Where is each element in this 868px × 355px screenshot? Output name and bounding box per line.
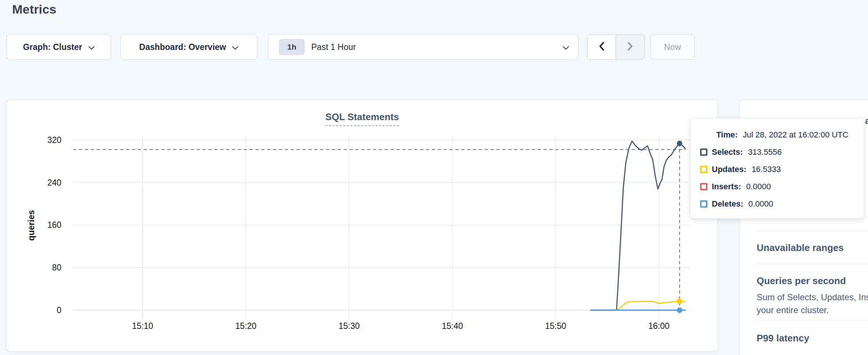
sql-statements-chart-card: 08016024032015:1015:2015:3015:4015:5016:…: [7, 100, 718, 351]
divider: [757, 231, 868, 231]
tooltip-series-label: Selects:: [712, 146, 743, 158]
divider: [757, 264, 868, 264]
tooltip-time-row: Time: Jul 28, 2022 at 16:02:00 UTC: [716, 129, 854, 141]
previous-interval-button[interactable]: [588, 35, 616, 59]
tooltip-series-value: 16.5333: [752, 163, 781, 175]
deletes-series-swatch-icon: [700, 200, 707, 208]
svg-text:160: 160: [47, 220, 61, 230]
svg-text:15:50: 15:50: [545, 321, 566, 331]
tooltip-series-value: 0.0000: [746, 180, 771, 193]
tooltip-series-label: Inserts:: [712, 180, 741, 193]
tooltip-series-row: Deletes: 0.0000: [700, 198, 854, 210]
chevron-left-icon: [599, 42, 605, 53]
chevron-down-icon: [232, 42, 238, 52]
svg-text:320: 320: [47, 135, 61, 145]
svg-text:15:10: 15:10: [132, 321, 153, 331]
svg-text:16:00: 16:00: [648, 321, 670, 331]
sidebar-description-line: your entire cluster.: [757, 305, 829, 315]
svg-text:240: 240: [47, 178, 61, 187]
tooltip-series-row: Selects: 313.5556: [700, 146, 854, 158]
chevron-down-icon: [563, 42, 569, 52]
page-title: Metrics: [12, 2, 56, 17]
chevron-down-icon: [88, 42, 95, 52]
clipped-text-fragment: a: [865, 116, 868, 126]
tooltip-series-value: 0.0000: [749, 198, 773, 210]
svg-text:0: 0: [57, 305, 61, 315]
graph-scope-label: Graph: Cluster: [23, 42, 82, 52]
time-range-dropdown[interactable]: 1h Past 1 Hour: [268, 35, 578, 60]
next-interval-button[interactable]: [616, 35, 644, 59]
svg-text:15:20: 15:20: [235, 321, 257, 331]
now-button[interactable]: Now: [650, 35, 695, 60]
svg-text:80: 80: [52, 263, 61, 272]
tooltip-series-row: Inserts: 0.0000: [700, 180, 854, 193]
tooltip-time-value: Jul 28, 2022 at 16:02:00 UTC: [743, 129, 848, 141]
sidebar-heading-unavailable-ranges: Unavailable ranges: [757, 242, 844, 254]
tooltip-series-label: Deletes:: [712, 198, 743, 210]
time-range-badge: 1h: [279, 39, 305, 55]
time-step-button-group: [587, 35, 645, 60]
y-axis-label: queries: [26, 210, 36, 241]
svg-text:15:40: 15:40: [442, 321, 463, 331]
chevron-right-icon: [627, 42, 633, 53]
metrics-page: { "page": { "title": "Metrics" }, "toolb…: [0, 0, 868, 355]
sidebar-heading-queries-per-second: Queries per second: [757, 275, 846, 287]
sidebar-description-line: Sum of Selects, Updates, Inser: [757, 292, 868, 302]
sidebar-heading-p99-latency: P99 latency: [757, 333, 809, 344]
tooltip-time-label: Time:: [716, 129, 738, 141]
svg-text:15:30: 15:30: [338, 321, 360, 331]
tooltip-series-value: 313.5556: [748, 146, 782, 158]
tooltip-series-row: Updates: 16.5333: [700, 163, 854, 175]
selects-series-swatch-icon: [700, 148, 707, 156]
chart-hover-tooltip: Time: Jul 28, 2022 at 16:02:00 UTC Selec…: [690, 118, 864, 219]
sql-statements-chart[interactable]: 08016024032015:1015:2015:3015:4015:5016:…: [7, 100, 718, 352]
tooltip-series-label: Updates:: [712, 163, 746, 175]
updates-series-swatch-icon: [700, 166, 707, 173]
time-range-label: Past 1 Hour: [311, 42, 356, 52]
dashboard-label: Dashboard: Overview: [139, 42, 226, 52]
graph-scope-dropdown[interactable]: Graph: Cluster: [7, 35, 111, 60]
chart-title[interactable]: SQL Statements: [325, 111, 399, 126]
dashboard-dropdown[interactable]: Dashboard: Overview: [121, 35, 257, 60]
inserts-series-swatch-icon: [700, 183, 707, 190]
divider: [757, 320, 868, 320]
